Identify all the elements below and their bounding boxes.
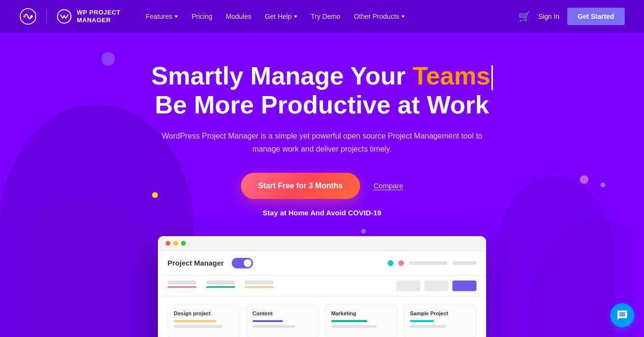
traffic-dot-yellow (173, 241, 178, 246)
cta-buttons: Start Free for 3 Months Compare (241, 173, 404, 199)
sign-in-button[interactable]: Sign In (538, 13, 560, 20)
nav-get-help[interactable]: Get Help (259, 9, 303, 24)
header-dot-teal (388, 260, 393, 266)
project-card-0[interactable]: Design project (168, 304, 240, 337)
mockup-btn-3[interactable] (452, 281, 476, 291)
project-card-3[interactable]: Sample Project (404, 304, 476, 337)
logo-divider (46, 9, 47, 24)
hero-section: Smartly Manage Your Teams Be More Produc… (0, 33, 644, 337)
app-mockup: Project Manager (158, 236, 486, 337)
deco-circle-3 (152, 192, 158, 198)
mockup-titlebar (158, 236, 486, 251)
wp-manager-icon (56, 9, 72, 24)
bg-blob-right (494, 177, 615, 337)
deco-circle-5 (580, 175, 588, 184)
header-dot-pink (398, 260, 404, 266)
traffic-dot-green (181, 241, 186, 246)
card-bar-2 (331, 320, 367, 322)
chevron-down-icon (174, 15, 178, 18)
svg-point-2 (30, 15, 33, 17)
mockup-tab-0[interactable] (168, 281, 196, 296)
mockup-btn-group (396, 281, 476, 296)
mockup-tab-2[interactable] (245, 281, 274, 296)
mockup-header-right (388, 260, 476, 266)
mockup-btn-2[interactable] (424, 281, 448, 291)
nav-pricing[interactable]: Pricing (186, 9, 218, 24)
get-started-button[interactable]: Get Started (567, 8, 625, 25)
hero-subtitle: WordPress Project Manager is a simple ye… (158, 129, 486, 155)
nav-features[interactable]: Features (140, 9, 184, 24)
main-nav: WP PROJECT MANAGER Features Pricing Modu… (0, 0, 644, 33)
cart-icon[interactable]: 🛒 (518, 11, 531, 22)
header-line-1 (409, 261, 448, 265)
mockup-app-title: Project Manager (168, 259, 224, 267)
card-line-1 (252, 325, 295, 328)
nav-links: Features Pricing Modules Get Help Try De… (140, 9, 518, 24)
mockup-toggle[interactable] (232, 258, 253, 268)
nav-other-products[interactable]: Other Products (348, 9, 411, 24)
start-free-button[interactable]: Start Free for 3 Months (241, 173, 360, 199)
card-line-2 (331, 325, 377, 328)
svg-point-1 (23, 15, 26, 17)
compare-button[interactable]: Compare (374, 182, 404, 190)
deco-circle-1 (101, 52, 115, 66)
traffic-dot-red (166, 241, 170, 246)
card-bar-1 (252, 320, 283, 322)
mockup-btn-1[interactable] (396, 281, 420, 291)
card-bar-0 (174, 320, 216, 322)
project-card-2[interactable]: Marketing (325, 304, 398, 337)
mockup-header: Project Manager (158, 251, 486, 276)
card-line-0 (174, 325, 222, 328)
logo-text: WP PROJECT (77, 9, 121, 16)
chevron-down-icon (401, 15, 405, 18)
mockup-tab-1[interactable] (206, 281, 235, 296)
mockup-project-cards: Design project Content Marketing Sample … (158, 296, 486, 337)
logo-icon (19, 8, 37, 25)
typing-cursor (491, 65, 493, 90)
deco-circle-4 (601, 183, 605, 187)
chat-bubble[interactable] (610, 303, 634, 327)
svg-point-4 (29, 201, 174, 337)
nav-try-demo[interactable]: Try Demo (305, 9, 346, 24)
bg-arch-left (29, 177, 174, 337)
nav-actions: 🛒 Sign In Get Started (518, 8, 625, 25)
card-title-0: Design project (174, 310, 234, 316)
covid-notice: Stay at Home And Avoid COVID-19 (263, 209, 381, 217)
chat-icon (616, 309, 628, 321)
card-title-3: Sample Project (410, 310, 470, 316)
mockup-tabs (158, 276, 486, 296)
logo[interactable]: WP PROJECT MANAGER (19, 8, 121, 25)
card-line-3 (410, 325, 446, 328)
header-line-2 (452, 261, 476, 265)
chevron-down-icon (294, 15, 297, 18)
card-title-1: Content (252, 310, 313, 316)
card-bar-3 (410, 320, 434, 322)
deco-circle-6 (361, 229, 366, 234)
nav-modules[interactable]: Modules (220, 9, 257, 24)
project-card-1[interactable]: Content (246, 304, 319, 337)
logo-text-line2: MANAGER (77, 16, 121, 24)
hero-title: Smartly Manage Your Teams Be More Produc… (151, 62, 492, 120)
card-title-2: Marketing (331, 310, 392, 316)
